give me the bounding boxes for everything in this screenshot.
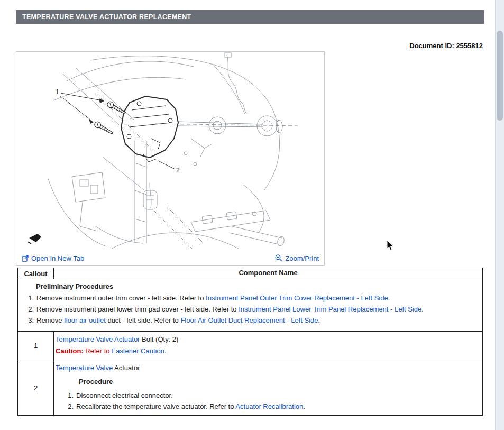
document-id: Document ID: 2555812 [409, 42, 483, 50]
procedure-label: Procedure [79, 378, 479, 386]
figure-callout-1: 1 [56, 88, 59, 96]
caution-label: Caution: [56, 347, 84, 355]
preliminary-step-2: 2. Remove instrument panel lower trim pa… [22, 304, 478, 315]
page-title: TEMPERATURE VALVE ACTUATOR REPLACEMENT [22, 13, 191, 21]
figure-panel: 1 2 Open In New Tab Zoom/Print [16, 51, 325, 266]
actuator-detail [127, 102, 172, 162]
link-actuator-recalibration[interactable]: Actuator Recalibration [235, 402, 303, 410]
procedure-step-1: 1. Disconnect electrical connector. [56, 390, 479, 401]
caution-period: . [164, 347, 167, 355]
link-fastener-caution[interactable]: Fastener Caution [112, 347, 164, 355]
step-text-segment: . [421, 305, 424, 313]
open-in-new-tab-icon [22, 255, 29, 262]
step-text: Recalibrate the temperature valve actuat… [76, 401, 305, 412]
caution-line: Caution: Refer to Fastener Caution. [56, 346, 479, 356]
link-instrument-panel-lower-trim-panel-replacement[interactable]: Instrument Panel Lower Trim Panel Replac… [239, 305, 421, 313]
procedure-step-2: 2. Recalibrate the temperature valve act… [56, 401, 479, 412]
component-name-line: Temperature Valve Actuator Bolt (Qty: 2) [56, 334, 479, 345]
step-text: Disconnect electrical connector. [76, 390, 173, 401]
vertical-scrollbar[interactable] [495, 0, 504, 430]
preliminary-title: Preliminary Procedures [36, 282, 478, 290]
column-header-component: Component Name [54, 268, 482, 279]
link-temperature-valve[interactable]: Temperature Valve [56, 364, 113, 372]
preliminary-procedures-row: Preliminary Procedures 1. Remove instrum… [18, 279, 482, 331]
screw-2 [94, 121, 114, 136]
figure-stamp-icon [28, 234, 41, 244]
callout-number-2: 2 [18, 360, 54, 415]
step-number: 1. [22, 292, 34, 304]
preliminary-step-1: 1. Remove instrument outer trim cover - … [22, 292, 478, 304]
open-in-new-tab-link[interactable]: Open In New Tab [22, 254, 84, 262]
component-name-line: Temperature Valve Actuator [56, 363, 479, 373]
step-text-segment: duct - left side. Refer to [106, 316, 181, 324]
mouse-cursor [387, 240, 394, 251]
callout-number-1: 1 [18, 332, 54, 360]
preliminary-step-3: 3. Remove floor air outlet duct - left s… [22, 315, 478, 326]
link-instrument-panel-outer-trim-cover-replacement[interactable]: Instrument Panel Outer Trim Cover Replac… [206, 294, 388, 302]
step-text: Remove instrument panel lower trim pad c… [36, 304, 424, 315]
callout-row-2: 2 Temperature Valve Actuator Procedure 1… [18, 360, 482, 415]
link-floor-air-outlet[interactable]: floor air outlet [64, 316, 106, 324]
bolt-rod-art [155, 116, 298, 136]
step-text: Remove floor air outlet duct - left side… [36, 315, 320, 326]
open-in-new-tab-label: Open In New Tab [31, 254, 84, 262]
step-text-segment: . [303, 402, 305, 410]
step-text-segment: Remove instrument outer trim cover - lef… [36, 294, 206, 302]
scrollbar-thumb[interactable] [497, 31, 503, 121]
step-text: Remove instrument outer trim cover - lef… [36, 292, 390, 304]
figure-callout-2: 2 [176, 167, 180, 174]
step-number: 3. [22, 315, 34, 326]
link-temperature-valve-actuator-bolt[interactable]: Temperature Valve Actuator [56, 335, 140, 343]
step-number: 2. [56, 401, 74, 412]
step-text-segment: Remove instrument panel lower trim pad c… [36, 305, 239, 313]
zoom-icon [275, 254, 282, 262]
service-document-page: { "header": { "title": "TEMPERATURE VALV… [0, 0, 504, 430]
figure-diagram: 1 2 [16, 52, 324, 251]
component-name-text: Actuator [113, 364, 140, 372]
table-header-row: Callout Component Name [18, 268, 482, 279]
leader-arrowheads [89, 98, 104, 124]
step-number: 1. [56, 390, 74, 401]
zoom-print-link[interactable]: Zoom/Print [275, 254, 319, 262]
step-text-segment: Remove [36, 316, 64, 324]
step-text-segment: . [388, 294, 390, 302]
caution-text: Refer to [84, 347, 112, 355]
step-text-segment: Recalibrate the temperature valve actuat… [76, 402, 235, 410]
figure-link-bar: Open In New Tab Zoom/Print [16, 251, 324, 265]
link-floor-air-outlet-duct-replacement[interactable]: Floor Air Outlet Duct Replacement - Left… [180, 316, 318, 324]
column-header-callout: Callout [18, 268, 54, 279]
figure-background-art [48, 53, 285, 249]
component-table: Callout Component Name Preliminary Proce… [17, 268, 483, 416]
step-number: 2. [22, 304, 34, 315]
callout-leader-lines [60, 93, 175, 169]
step-text-segment: . [318, 316, 320, 324]
zoom-print-label: Zoom/Print [285, 254, 319, 262]
page-title-bar: TEMPERATURE VALVE ACTUATOR REPLACEMENT [16, 10, 484, 24]
component-name-text: Bolt (Qty: 2) [140, 335, 178, 343]
callout-row-1: 1 Temperature Valve Actuator Bolt (Qty: … [18, 331, 482, 360]
